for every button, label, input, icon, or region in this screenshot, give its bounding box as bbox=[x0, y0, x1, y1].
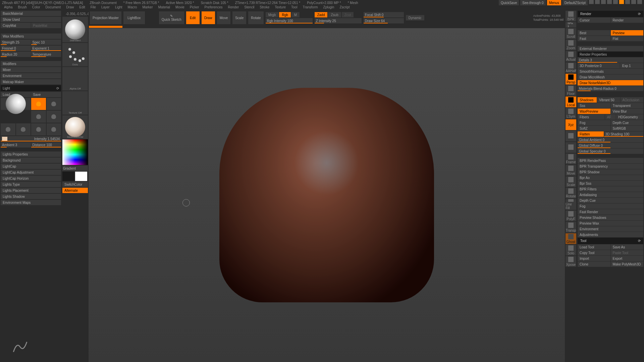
micromesh[interactable]: Draw MicroMesh bbox=[578, 74, 643, 80]
floor-button[interactable]: Floor bbox=[566, 85, 576, 96]
depth-cue[interactable]: Depth Cue bbox=[611, 120, 644, 125]
softz[interactable]: SoftZ bbox=[578, 126, 610, 131]
menu-item[interactable]: Edit bbox=[77, 5, 87, 10]
temperature-slider[interactable]: Temperature bbox=[31, 52, 61, 57]
zadd-button[interactable]: Zadd bbox=[315, 12, 328, 17]
preview-wax[interactable]: Preview Wax bbox=[578, 221, 643, 226]
light-slot[interactable] bbox=[1, 123, 15, 135]
light-slot[interactable] bbox=[16, 123, 31, 135]
lightcap[interactable]: LightCap bbox=[1, 164, 61, 169]
modifiers-header[interactable]: Modifiers bbox=[1, 61, 61, 66]
light-slot[interactable] bbox=[31, 111, 46, 123]
swatch-main[interactable] bbox=[62, 172, 74, 181]
texture-thumb[interactable]: Texture Off bbox=[62, 91, 88, 115]
fast-button[interactable]: Fast bbox=[578, 36, 610, 41]
rotate-button[interactable]: Rotate bbox=[248, 11, 263, 24]
menu-item[interactable]: Render bbox=[226, 5, 241, 10]
alternate-button[interactable]: Alternate bbox=[62, 188, 88, 193]
basic-material[interactable]: BasicMaterial bbox=[1, 11, 61, 16]
frame-button[interactable]: Frame bbox=[566, 154, 576, 164]
lightbox-button[interactable]: LightBox bbox=[123, 11, 145, 24]
spix-slider[interactable]: SPix 3 bbox=[566, 22, 576, 27]
spec-slider[interactable]: Spec 10 bbox=[31, 40, 61, 45]
light-panel-title[interactable]: Light ⟳ bbox=[1, 85, 61, 91]
zsub-button[interactable]: Zsub bbox=[328, 12, 341, 17]
bpr-transparency[interactable]: BPR Transparency bbox=[578, 164, 643, 169]
render-title[interactable]: Render⟳ bbox=[578, 11, 643, 17]
mixer-header[interactable]: Mixer bbox=[1, 67, 61, 72]
quicksave-button[interactable]: QuickSave bbox=[499, 0, 519, 5]
transparent-button[interactable]: Transparent bbox=[611, 103, 644, 108]
menu-item[interactable]: Preferences bbox=[203, 5, 225, 10]
wax-preview[interactable]: WaxPreview bbox=[578, 109, 610, 114]
flat-button[interactable]: Flat bbox=[611, 36, 644, 41]
lightcap-horizon[interactable]: LightCap Horizon bbox=[1, 176, 61, 181]
menu-item[interactable]: Zscript bbox=[337, 5, 352, 10]
smooth-normals[interactable]: SmoothNormals bbox=[578, 69, 643, 74]
import-tool[interactable]: Import bbox=[578, 256, 610, 261]
light-slot[interactable] bbox=[47, 123, 61, 135]
z-intensity[interactable]: Z Intensity 25 bbox=[315, 18, 362, 23]
preview-button[interactable]: Preview bbox=[611, 30, 644, 36]
light-slot[interactable] bbox=[31, 123, 46, 135]
menu-item[interactable]: Layer bbox=[99, 5, 112, 10]
render-button[interactable]: Render bbox=[611, 17, 644, 23]
exponent-slider[interactable]: Exponent 1 bbox=[31, 46, 61, 51]
polyf-button[interactable]: PolyF bbox=[566, 210, 576, 221]
matcap-header[interactable]: Matcap Maker bbox=[1, 79, 61, 84]
intensity-slider[interactable]: Intensity 1.54534 bbox=[1, 136, 61, 141]
ghost-button[interactable]: Ghost bbox=[566, 233, 576, 244]
render-props-header[interactable]: Render Properties bbox=[578, 52, 643, 57]
flatten[interactable]: Flatten bbox=[578, 131, 604, 137]
show-used[interactable]: Show Used bbox=[1, 17, 61, 22]
noisemaker[interactable]: Draw NoiseMaker3D bbox=[578, 80, 643, 85]
load-tool[interactable]: Load Tool bbox=[578, 244, 610, 250]
env-maps[interactable]: Environment Maps bbox=[1, 200, 61, 205]
lsym-button[interactable]: LSym bbox=[566, 108, 576, 119]
local-button[interactable]: Local bbox=[566, 97, 576, 107]
hdgeometry[interactable]: HDGeometry bbox=[616, 114, 643, 120]
environment-header[interactable]: Environment bbox=[1, 73, 61, 78]
switch-color[interactable]: SwitchColor bbox=[62, 182, 88, 187]
quicksketch-button[interactable]: ✎Quick Sketch bbox=[159, 11, 184, 24]
softrgb[interactable]: SoftRGB bbox=[611, 126, 644, 131]
menu-item[interactable]: Movie bbox=[173, 5, 186, 10]
menu-item[interactable]: Material bbox=[156, 5, 172, 10]
fresnel-slider[interactable]: Fresnel 0 bbox=[1, 46, 31, 51]
shadows-button[interactable]: Shadows bbox=[578, 97, 597, 103]
wax-modifiers-header[interactable]: Wax Modifiers bbox=[1, 34, 61, 39]
menu-item[interactable]: Macro bbox=[126, 5, 139, 10]
bpr-filters[interactable]: BPR Filters bbox=[578, 186, 643, 192]
exp[interactable]: Exp 1 bbox=[620, 63, 643, 68]
win-btn[interactable] bbox=[601, 0, 606, 4]
radius-slider[interactable]: Radius 20 bbox=[1, 52, 31, 57]
menu-item[interactable]: Marker bbox=[140, 5, 155, 10]
save-as-tool[interactable]: Save As bbox=[611, 244, 644, 250]
clone-tool[interactable]: Clone bbox=[578, 261, 610, 267]
details-slider[interactable]: Details 3 bbox=[578, 57, 643, 63]
win-min[interactable] bbox=[625, 0, 630, 4]
zoom-button[interactable]: Zoom bbox=[566, 40, 576, 50]
depth-cue2[interactable]: Depth Cue bbox=[578, 198, 643, 203]
default-script[interactable]: DefaultZScript bbox=[562, 0, 588, 5]
refresh-icon[interactable]: ⟳ bbox=[56, 86, 59, 90]
blend-radius[interactable]: Materials Blend-Radius 0 bbox=[578, 86, 643, 91]
swatch-secondary[interactable] bbox=[75, 172, 87, 181]
actual-button[interactable]: Actual bbox=[566, 51, 576, 62]
posterize[interactable]: 3D Posterize 0 bbox=[578, 63, 620, 68]
adjustments[interactable]: Adjustments bbox=[578, 232, 643, 237]
strength-slider[interactable]: Strength 25 bbox=[1, 40, 31, 45]
export-tool[interactable]: Export bbox=[611, 256, 644, 261]
global-specular[interactable]: Global Specular 0 bbox=[578, 148, 643, 154]
bpr-sss[interactable]: Bpr Sss bbox=[578, 181, 643, 186]
color-picker[interactable] bbox=[62, 139, 88, 165]
copy-mat[interactable]: CopyMat bbox=[1, 23, 31, 28]
view-blur[interactable]: View Blur bbox=[611, 109, 644, 114]
ambient-slider[interactable]: Ambient 3 bbox=[1, 142, 31, 147]
light-preview[interactable] bbox=[1, 98, 31, 110]
af[interactable]: AF bbox=[605, 114, 616, 120]
scroll-button[interactable]: Scroll bbox=[566, 28, 576, 39]
tool-title[interactable]: Tool⟳ bbox=[578, 238, 643, 244]
win-btn[interactable] bbox=[619, 0, 624, 4]
lightcap-adj[interactable]: LightCap Adjustment bbox=[1, 170, 61, 175]
